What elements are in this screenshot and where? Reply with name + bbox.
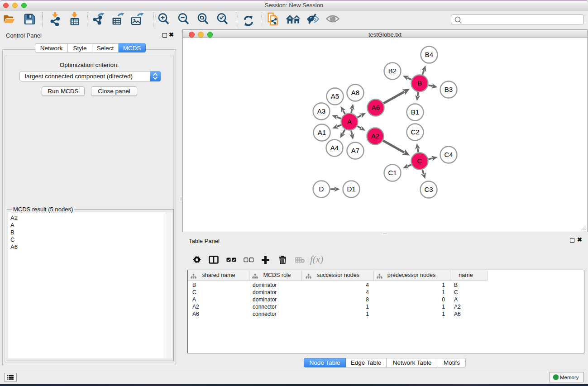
svg-text:B2: B2: [388, 67, 397, 75]
svg-text:C4: C4: [444, 151, 453, 158]
svg-text:A8: A8: [351, 89, 359, 96]
svg-text:A5: A5: [331, 92, 339, 100]
svg-text:A1: A1: [318, 129, 326, 136]
svg-text:A3: A3: [317, 107, 325, 115]
svg-text:C2: C2: [411, 128, 419, 136]
svg-text:C1: C1: [388, 169, 397, 176]
svg-text:A6: A6: [372, 104, 380, 111]
svg-text:A2: A2: [371, 132, 379, 140]
svg-text:D: D: [319, 185, 324, 193]
svg-text:C3: C3: [424, 186, 433, 193]
svg-text:D1: D1: [347, 185, 355, 193]
svg-text:B: B: [417, 79, 422, 87]
svg-text:B3: B3: [445, 86, 453, 93]
svg-text:Memory: Memory: [560, 375, 579, 380]
svg-text:A: A: [347, 118, 352, 125]
svg-text:A7: A7: [351, 147, 359, 154]
svg-text:B4: B4: [425, 51, 433, 58]
svg-text:A4: A4: [330, 144, 339, 152]
svg-text:C: C: [417, 157, 422, 165]
svg-text:B1: B1: [411, 108, 419, 116]
